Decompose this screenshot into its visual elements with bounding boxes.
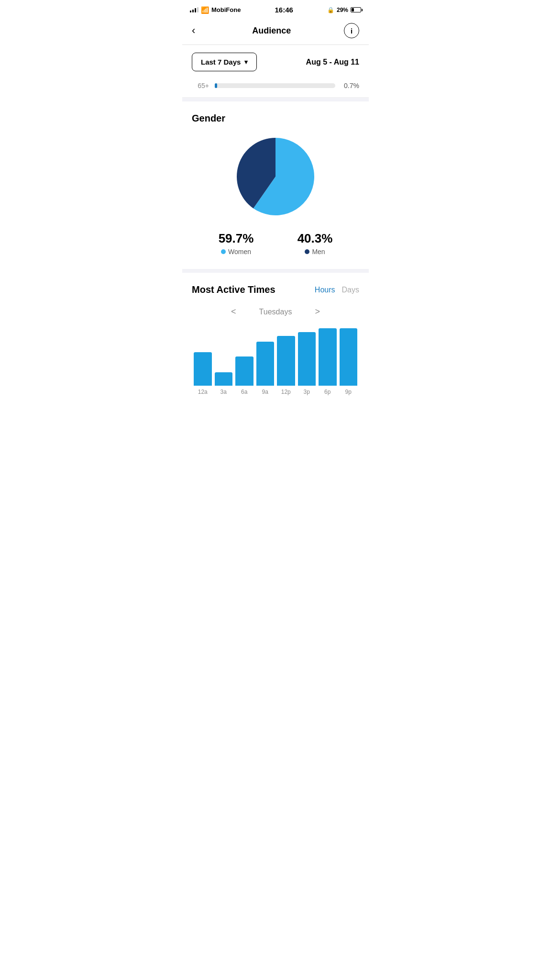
bar-label: 12a (198, 389, 208, 395)
day-navigator: < Tuesdays > (192, 305, 359, 319)
section-divider-1 (182, 98, 369, 101)
bar-label: 3a (220, 389, 227, 395)
bar-col: 6p (319, 328, 337, 395)
back-button[interactable]: ‹ (192, 22, 199, 39)
view-tabs: Hours Days (315, 285, 359, 295)
lock-icon: 🔒 (327, 7, 334, 13)
wifi-icon: 📶 (201, 6, 209, 14)
bar-col: 12a (194, 328, 212, 395)
status-right: 🔒 29% (327, 7, 361, 13)
men-label: Men (312, 248, 325, 256)
bar-label: 9a (262, 389, 268, 395)
women-pct: 59.7% (219, 231, 254, 246)
filter-bar: Last 7 Days ▾ Aug 5 - Aug 11 (182, 45, 369, 79)
bar-label: 9p (345, 389, 352, 395)
time-label: 16:46 (275, 6, 293, 14)
bar-col: 12p (277, 328, 295, 395)
prev-day-button[interactable]: < (227, 305, 240, 319)
carrier-label: MobiFone (211, 6, 241, 13)
info-icon: i (351, 27, 353, 35)
gender-legend: 59.7% Women 40.3% Men (192, 231, 359, 256)
men-label-row: Men (298, 248, 333, 256)
bar (194, 352, 212, 386)
bar (277, 336, 295, 386)
section-divider-2 (182, 269, 369, 273)
pie-chart-svg (232, 134, 319, 220)
bar-col: 3a (215, 328, 233, 395)
bar-label: 3p (304, 389, 310, 395)
date-range-label: Aug 5 - Aug 11 (306, 58, 359, 67)
bar-label: 12p (281, 389, 291, 395)
bar-col: 3p (298, 328, 316, 395)
days-tab[interactable]: Days (342, 285, 359, 295)
signal-icon (190, 7, 198, 12)
active-times-section: Most Active Times Hours Days < Tuesdays … (182, 273, 369, 405)
gender-section: Gender 59.7% Women 40.3% (182, 101, 369, 269)
chevron-down-icon: ▾ (244, 58, 248, 66)
bar (256, 342, 275, 386)
women-dot (221, 249, 226, 254)
current-day-label: Tuesdays (259, 308, 292, 316)
next-day-button[interactable]: > (311, 305, 324, 319)
filter-label: Last 7 Days (201, 58, 241, 66)
bar-col: 9p (340, 328, 358, 395)
battery-icon (351, 7, 361, 12)
age-65-row: 65+ 0.7% (182, 79, 369, 98)
gender-title: Gender (192, 113, 359, 124)
info-button[interactable]: i (344, 23, 359, 38)
men-pct: 40.3% (298, 231, 333, 246)
bar-col: 9a (256, 328, 275, 395)
women-label: Women (228, 248, 251, 256)
bar (319, 328, 337, 386)
active-times-title: Most Active Times (192, 284, 276, 295)
bar-col: 6a (235, 328, 253, 395)
age-65-label: 65+ (192, 82, 209, 89)
women-label-row: Women (219, 248, 254, 256)
men-dot (305, 249, 309, 254)
bar-label: 6p (324, 389, 331, 395)
bar (235, 356, 253, 386)
status-left: 📶 MobiFone (190, 6, 241, 14)
status-bar: 📶 MobiFone 16:46 🔒 29% (182, 0, 369, 18)
bar (298, 332, 316, 386)
nav-header: ‹ Audience i (182, 18, 369, 45)
bar (215, 372, 233, 386)
hours-tab[interactable]: Hours (315, 285, 335, 295)
bar-label: 6a (241, 389, 247, 395)
active-times-header: Most Active Times Hours Days (192, 284, 359, 295)
men-stat: 40.3% Men (298, 231, 333, 256)
women-stat: 59.7% Women (219, 231, 254, 256)
bar (340, 328, 358, 386)
bar-chart: 12a3a6a9a12p3p6p9p (192, 328, 359, 395)
date-filter-button[interactable]: Last 7 Days ▾ (192, 53, 257, 71)
battery-pct-label: 29% (337, 7, 348, 13)
age-65-bar (215, 83, 335, 88)
gender-pie-chart (192, 134, 359, 220)
page-title: Audience (252, 26, 291, 36)
age-65-pct: 0.7% (341, 82, 359, 89)
